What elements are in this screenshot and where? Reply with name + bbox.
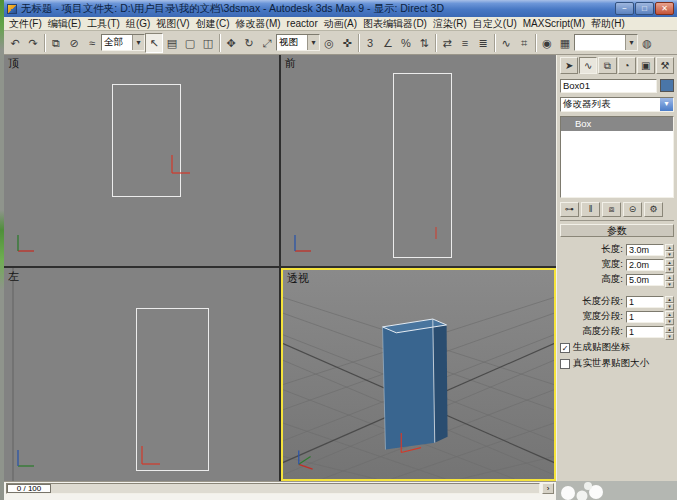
spinner-down-icon[interactable]: ▾ (665, 333, 674, 340)
select-object-icon[interactable]: ↖ (145, 33, 163, 53)
menu-item-modifiers[interactable]: 修改器(M) (233, 17, 284, 31)
curve-editor-icon[interactable]: ∿ (497, 33, 515, 53)
height-segs-field[interactable]: 1 (626, 326, 664, 338)
spinner-down-icon[interactable]: ▾ (665, 318, 674, 325)
length-field-spinner[interactable]: ▴▾ (665, 244, 674, 256)
snap-toggle-3d-icon[interactable]: 3 (361, 33, 379, 53)
object-color-swatch[interactable] (660, 79, 674, 92)
pin-stack-button[interactable]: ⊶ (560, 202, 579, 217)
layer-manager-icon[interactable]: ≣ (474, 33, 492, 53)
menu-item-edit[interactable]: 编辑(E) (45, 17, 84, 31)
tab-motion[interactable]: ◔ (618, 57, 636, 74)
spinner-down-icon[interactable]: ▾ (665, 281, 674, 288)
select-by-name-icon[interactable]: ▤ (163, 33, 181, 53)
angle-snap-icon[interactable]: ∠ (379, 33, 397, 53)
object-name-field[interactable]: Box01 (560, 79, 657, 93)
configure-modifier-sets-button[interactable]: ⚙ (644, 202, 663, 217)
parameters-rollout-header[interactable]: 参数 (560, 224, 674, 237)
menu-item-animation[interactable]: 动画(A) (321, 17, 360, 31)
tab-create[interactable]: ➤ (560, 57, 578, 74)
menu-item-views[interactable]: 视图(V) (153, 17, 192, 31)
spinner-up-icon[interactable]: ▴ (665, 326, 674, 333)
select-and-move-icon[interactable]: ✥ (222, 33, 240, 53)
length-segs-field[interactable]: 1 (626, 296, 664, 308)
select-and-link-icon[interactable]: ⧉ (47, 33, 65, 53)
generate-mapping-coords-checkbox[interactable]: ✓生成贴图坐标 (560, 341, 674, 354)
height-field[interactable]: 5.0m (626, 274, 664, 286)
tab-hierarchy[interactable]: ⧉ (598, 57, 616, 74)
length-field[interactable]: 3.0m (626, 244, 664, 256)
select-and-rotate-icon[interactable]: ↻ (240, 33, 258, 53)
stack-item-box[interactable]: Box (561, 117, 673, 131)
modifier-stack-list[interactable]: Box (560, 116, 674, 198)
redo-icon[interactable]: ↷ (24, 33, 42, 53)
maximize-button[interactable]: □ (635, 2, 654, 15)
show-end-result-button[interactable]: ‖ (581, 202, 600, 217)
width-field-spinner[interactable]: ▴▾ (665, 259, 674, 271)
rectangular-selection-region-icon[interactable]: ▢ (181, 33, 199, 53)
minimize-button[interactable]: − (615, 2, 634, 15)
tab-display[interactable]: ▣ (637, 57, 655, 74)
menu-item-tools[interactable]: 工具(T) (84, 17, 123, 31)
viewport-top[interactable]: 顶 (4, 55, 279, 266)
close-button[interactable]: ✕ (655, 2, 674, 15)
box-object[interactable] (383, 319, 448, 450)
menu-item-file[interactable]: 文件(F) (6, 17, 45, 31)
menu-item-customize[interactable]: 自定义(U) (470, 17, 520, 31)
spinner-up-icon[interactable]: ▴ (665, 259, 674, 266)
viewport-left-label[interactable]: 左 (8, 269, 19, 284)
real-world-map-size-checkbox[interactable]: 真实世界贴图大小 (560, 357, 674, 370)
window-crossing-icon[interactable]: ◫ (199, 33, 217, 53)
menu-item-maxscript[interactable]: MAXScript(M) (520, 17, 588, 31)
menu-item-help[interactable]: 帮助(H) (588, 17, 628, 31)
tab-utilities[interactable]: ⚒ (656, 57, 674, 74)
tab-modify[interactable]: ∿ (579, 57, 597, 74)
viewport-front-label[interactable]: 前 (285, 56, 296, 71)
select-and-scale-icon[interactable]: ⤢ (258, 33, 276, 53)
viewport-front[interactable]: 前 (281, 55, 556, 266)
bind-to-space-warp-icon[interactable]: ≈ (83, 33, 101, 53)
select-and-manipulate-icon[interactable]: ✜ (338, 33, 356, 53)
menu-item-graph-editors[interactable]: 图表编辑器(D) (360, 17, 430, 31)
width-segs-field-spinner[interactable]: ▴▾ (665, 311, 674, 323)
render-setup-icon[interactable]: ▦ (556, 33, 574, 53)
menu-item-create[interactable]: 创建(C) (193, 17, 233, 31)
height-field-spinner[interactable]: ▴▾ (665, 274, 674, 286)
remove-modifier-button[interactable]: ⊝ (623, 202, 642, 217)
undo-icon[interactable]: ↶ (6, 33, 24, 53)
viewport-left[interactable]: 左 (4, 268, 279, 481)
unlink-selection-icon[interactable]: ⊘ (65, 33, 83, 53)
menu-item-reactor[interactable]: reactor (284, 17, 321, 31)
make-unique-button[interactable]: ⧈ (602, 202, 621, 217)
menu-item-group[interactable]: 组(G) (123, 17, 153, 31)
named-selection-sets-dropdown[interactable]: ▾ (574, 34, 638, 51)
spinner-up-icon[interactable]: ▴ (665, 296, 674, 303)
title-bar[interactable]: 无标题 - 项目文件夹: D:\用户目录\我的文档\3dsmax - Autod… (4, 0, 677, 17)
viewport-top-label[interactable]: 顶 (8, 56, 19, 71)
time-slider-rail[interactable]: 0 / 100 (6, 483, 540, 494)
material-editor-icon[interactable]: ◉ (538, 33, 556, 53)
reference-coordinate-dropdown[interactable]: 视图▾ (276, 34, 320, 51)
spinner-up-icon[interactable]: ▴ (665, 244, 674, 251)
height-segs-field-spinner[interactable]: ▴▾ (665, 326, 674, 338)
viewport-perspective[interactable]: 透视 (281, 268, 556, 481)
use-pivot-center-icon[interactable]: ◎ (320, 33, 338, 53)
width-segs-field[interactable]: 1 (626, 311, 664, 323)
spinner-down-icon[interactable]: ▾ (665, 251, 674, 258)
spinner-down-icon[interactable]: ▾ (665, 303, 674, 310)
menu-item-rendering[interactable]: 渲染(R) (430, 17, 470, 31)
next-frame-button[interactable]: › (542, 483, 554, 494)
viewport-perspective-label[interactable]: 透视 (287, 271, 309, 286)
spinner-snap-icon[interactable]: ⇅ (415, 33, 433, 53)
schematic-view-icon[interactable]: ⌗ (515, 33, 533, 53)
modifier-list-dropdown[interactable]: 修改器列表 ▾ (560, 97, 674, 112)
quick-render-icon[interactable]: ◍ (638, 33, 656, 53)
width-field[interactable]: 2.0m (626, 259, 664, 271)
align-icon[interactable]: ≡ (456, 33, 474, 53)
time-slider-handle[interactable]: 0 / 100 (7, 484, 51, 493)
spinner-down-icon[interactable]: ▾ (665, 266, 674, 273)
percent-snap-icon[interactable]: % (397, 33, 415, 53)
mirror-icon[interactable]: ⇄ (438, 33, 456, 53)
selection-filter-dropdown[interactable]: 全部▾ (101, 34, 145, 51)
spinner-up-icon[interactable]: ▴ (665, 311, 674, 318)
